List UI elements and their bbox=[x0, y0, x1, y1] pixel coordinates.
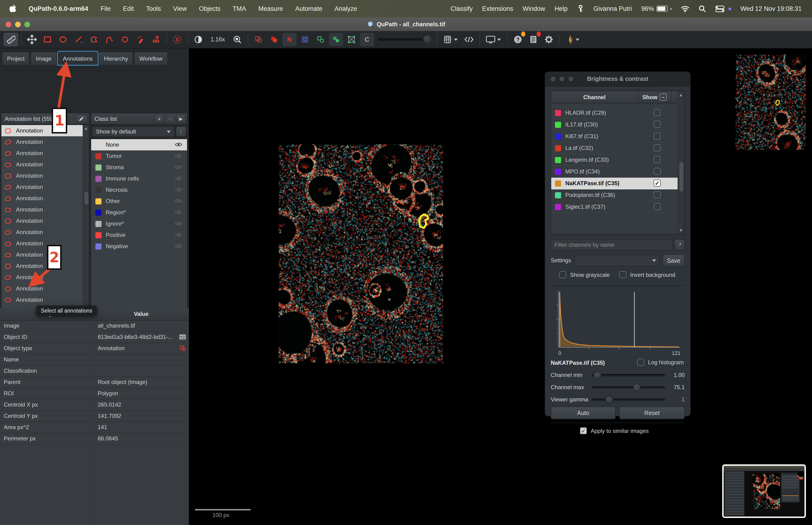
channels-regex-toggle[interactable]: .* bbox=[674, 239, 685, 251]
annotation-row[interactable]: Annotation bbox=[1, 215, 89, 227]
tab-workflow[interactable]: Workflow bbox=[134, 52, 168, 65]
show-column-header[interactable]: Show− bbox=[638, 91, 672, 103]
slide-image[interactable] bbox=[279, 144, 443, 363]
annotation-row[interactable]: Annotation bbox=[1, 238, 89, 249]
annotation-row[interactable]: Annotation bbox=[1, 136, 89, 148]
menu-item-analyze[interactable]: Analyze bbox=[335, 5, 357, 12]
measurement-row[interactable]: Centroid X px265.0142 bbox=[0, 399, 189, 411]
menu-item-automate[interactable]: Automate bbox=[295, 5, 322, 12]
annotation-row[interactable]: Annotation bbox=[1, 294, 89, 305]
menu-item-tools[interactable]: Tools bbox=[146, 5, 161, 12]
channel-row-langerin[interactable]: Langerin.tif (C33) bbox=[551, 154, 684, 166]
menu-item-edit[interactable]: Edit bbox=[123, 5, 134, 12]
measurement-row[interactable]: Area px^2141 bbox=[0, 422, 189, 433]
class-row-other[interactable]: Other bbox=[91, 196, 187, 207]
viewer-gamma-slider[interactable] bbox=[592, 398, 665, 401]
annotation-row[interactable]: Annotation bbox=[1, 193, 89, 204]
show-log-button[interactable] bbox=[526, 33, 540, 46]
rectangle-tool-button[interactable] bbox=[41, 33, 55, 46]
tab-image[interactable]: Image bbox=[31, 52, 57, 65]
class-row-positive[interactable]: Positive bbox=[91, 229, 187, 241]
menu-item-extensions[interactable]: Extensions bbox=[482, 5, 513, 12]
class-more-button[interactable]: ⋮ bbox=[176, 126, 186, 137]
viewer-gamma-value[interactable]: 1 bbox=[665, 396, 685, 403]
brightness-contrast-button[interactable] bbox=[191, 33, 205, 46]
measurement-row[interactable]: ParentRoot object (Image) bbox=[0, 376, 189, 388]
key-icon[interactable] bbox=[577, 5, 584, 13]
apply-similar-checkbox[interactable]: ✓ bbox=[580, 427, 587, 434]
channel-row-hladr[interactable]: HLADR.tif (C29) bbox=[551, 107, 684, 119]
class-row-negative[interactable]: Negative bbox=[91, 241, 187, 252]
zoom-level[interactable]: 1.16x bbox=[211, 36, 225, 43]
channel-scrollbar[interactable]: ▲ ▼ bbox=[678, 91, 684, 234]
menu-item-tma[interactable]: TMA bbox=[233, 5, 246, 12]
add-class-button[interactable]: + bbox=[155, 114, 164, 123]
measurement-tables-button[interactable] bbox=[441, 33, 460, 46]
annotation-row[interactable]: Annotation bbox=[1, 272, 89, 283]
annotation-row[interactable]: Annotation bbox=[1, 249, 89, 260]
visibility-eye-icon[interactable] bbox=[175, 210, 182, 215]
preferences-gear-button[interactable] bbox=[541, 33, 556, 46]
measurement-row[interactable]: Object ID813ed1a3-b6e3-48d2-bd31-... bbox=[0, 331, 189, 343]
menubar-clock[interactable]: Wed 12 Nov 19:08:31 bbox=[740, 5, 802, 12]
reset-button[interactable]: Reset bbox=[619, 407, 685, 419]
measurement-row[interactable]: Imageall_channels.tif bbox=[0, 320, 189, 332]
channel-row-ki67[interactable]: Ki67.tif (C31) bbox=[551, 131, 684, 142]
tab-hierarchy[interactable]: Hierarchy bbox=[99, 52, 133, 65]
fill-detections-button[interactable] bbox=[329, 33, 343, 46]
filter-channels-input[interactable] bbox=[551, 239, 673, 251]
scroll-up-icon[interactable]: ▲ bbox=[83, 126, 88, 131]
class-row-tumor[interactable]: Tumor bbox=[91, 150, 187, 162]
channel-show-checkbox[interactable] bbox=[654, 133, 661, 139]
channel-show-checkbox[interactable]: ✓ bbox=[654, 180, 661, 186]
log-histogram-checkbox[interactable] bbox=[637, 359, 644, 366]
measurement-row[interactable]: Centroid Y px141.7092 bbox=[0, 410, 189, 422]
wifi-icon[interactable] bbox=[681, 5, 689, 12]
script-editor-button[interactable] bbox=[462, 33, 476, 46]
channel-histogram[interactable]: 0 121 bbox=[555, 291, 681, 356]
screenshot-preview-thumbnail[interactable] bbox=[722, 464, 806, 518]
class-row-immunecells[interactable]: Immune cells bbox=[91, 173, 187, 184]
channel-max-knob[interactable] bbox=[633, 383, 641, 391]
class-row-none[interactable]: None bbox=[91, 139, 187, 150]
invert-background-checkbox[interactable] bbox=[619, 271, 626, 278]
viewer-gamma-knob[interactable] bbox=[605, 395, 613, 404]
selection-mode-button[interactable]: S bbox=[170, 33, 184, 46]
toggle-all-checkbox[interactable]: − bbox=[660, 93, 667, 101]
show-channels-button[interactable]: C bbox=[360, 33, 374, 46]
show-pixel-classification-button[interactable] bbox=[344, 33, 358, 46]
save-settings-button[interactable]: Save bbox=[662, 254, 685, 267]
opacity-slider[interactable] bbox=[378, 33, 431, 46]
annotation-row[interactable]: Annotation bbox=[1, 181, 89, 193]
line-tool-button[interactable] bbox=[72, 33, 86, 46]
channel-show-checkbox[interactable] bbox=[654, 109, 661, 116]
measurement-row[interactable]: Perimeter px66.0645 bbox=[0, 433, 189, 445]
show-mode-dropdown[interactable]: Show by default bbox=[92, 126, 174, 137]
brightness-contrast-dialog[interactable]: Brightness & contrast Channel Show− HLAD… bbox=[545, 72, 691, 417]
channel-column-header[interactable]: Channel bbox=[551, 91, 638, 103]
menu-item-file[interactable]: File bbox=[101, 5, 111, 12]
spotlight-search-icon[interactable] bbox=[699, 5, 706, 12]
channel-max-slider[interactable] bbox=[592, 386, 665, 388]
channel-show-checkbox[interactable] bbox=[654, 191, 661, 198]
channel-row-nakatpase[interactable]: NaKATPase.tif (C35)✓ bbox=[551, 178, 684, 190]
points-tool-button[interactable] bbox=[149, 33, 163, 46]
help-button[interactable]: ? bbox=[510, 33, 525, 46]
channel-show-checkbox[interactable] bbox=[654, 144, 661, 151]
annotation-row[interactable]: Annotation bbox=[1, 159, 89, 170]
annotation-row[interactable]: Annotation bbox=[1, 125, 89, 136]
settings-dropdown[interactable] bbox=[574, 255, 660, 266]
channel-row-partial[interactable] bbox=[551, 103, 684, 107]
ellipse-tool-button[interactable] bbox=[56, 33, 70, 46]
measurement-row[interactable]: Name bbox=[0, 354, 189, 366]
ruler-tool-button[interactable] bbox=[4, 33, 18, 46]
visibility-eye-icon[interactable] bbox=[175, 243, 182, 249]
class-row-necrosis[interactable]: Necrosis bbox=[91, 184, 187, 196]
show-detections-button[interactable] bbox=[313, 33, 327, 46]
measurement-row[interactable]: Object typeAnnotation bbox=[0, 343, 189, 355]
auto-button[interactable]: Auto bbox=[551, 407, 616, 419]
control-center-icon[interactable] bbox=[715, 5, 724, 12]
polygon-tool-button[interactable] bbox=[87, 33, 101, 46]
expand-class-button[interactable]: ▶ bbox=[176, 114, 186, 123]
visibility-eye-icon[interactable] bbox=[175, 198, 182, 204]
